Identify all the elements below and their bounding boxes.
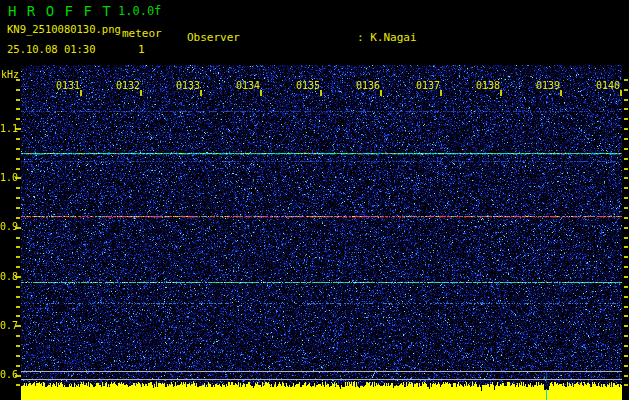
- freq-axis-unit: kHz: [1, 69, 19, 80]
- freq-tick-label: 0.6: [0, 369, 15, 380]
- time-tick-label: 0139: [536, 80, 560, 91]
- time-tick-label: 0137: [416, 80, 440, 91]
- info-separator: :: [357, 31, 370, 44]
- time-tick-label: 0133: [176, 80, 200, 91]
- time-tick-label: 0136: [356, 80, 380, 91]
- meteor-count-value: 1: [138, 43, 145, 56]
- time-tick-label: 0140: [596, 80, 620, 91]
- freq-tick-label: 0.9: [0, 221, 15, 232]
- spectrogram-canvas: [0, 64, 629, 400]
- time-tick-label: 0135: [296, 80, 320, 91]
- info-label: Observer: [187, 31, 357, 45]
- freq-tick-label: 0.7: [0, 320, 15, 331]
- freq-tick-label: 1.0: [0, 172, 15, 183]
- freq-tick-label: 0.8: [0, 271, 15, 282]
- freq-tick-label: 1.1: [0, 123, 15, 134]
- time-tick-label: 0131: [56, 80, 80, 91]
- datetime-label: 25.10.08 01:30: [7, 43, 96, 55]
- time-tick-label: 0138: [476, 80, 500, 91]
- time-tick-label: 0132: [116, 80, 140, 91]
- info-value: K.Nagai: [370, 31, 416, 44]
- meteor-count-label: meteor: [122, 27, 162, 40]
- filename-label: KN9_2510080130.png: [7, 23, 121, 35]
- time-tick-label: 0134: [236, 80, 260, 91]
- app-title: H R O F F T: [8, 3, 112, 19]
- version-label: 1.0.0f: [118, 4, 161, 18]
- info-row: Observer: K.Nagai: [187, 31, 615, 45]
- hrofft-window: H R O F F T 1.0.0f KN9_2510080130.png me…: [0, 0, 629, 400]
